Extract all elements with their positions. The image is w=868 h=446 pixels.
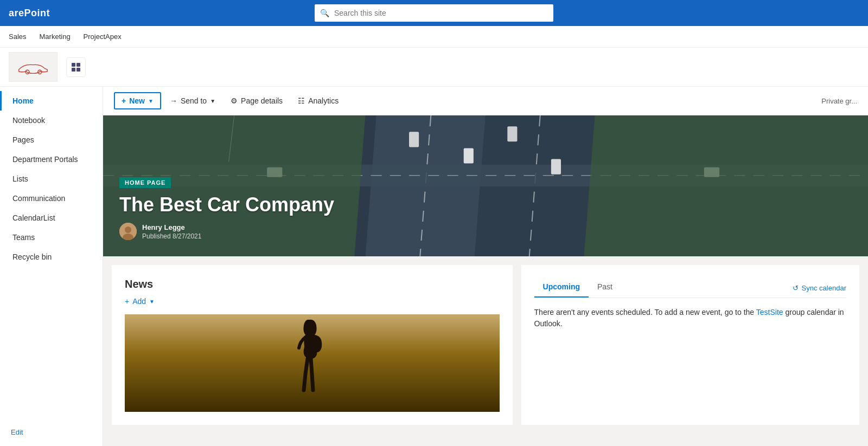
- toolbar: + New ▼ → Send to ▼ ⚙ Page details ☷ Ana…: [103, 87, 868, 115]
- page-details-label: Page details: [241, 96, 283, 105]
- events-empty-text: There aren't any events scheduled. To ad…: [534, 307, 846, 329]
- toolbar-left: + New ▼ → Send to ▼ ⚙ Page details ☷ Ana…: [114, 92, 345, 109]
- svg-rect-13: [409, 132, 419, 147]
- search-bar-container: 🔍: [315, 4, 553, 22]
- sidebar-item-communication[interactable]: Communication: [0, 189, 103, 208]
- svg-point-23: [125, 227, 131, 233]
- send-to-label: Send to: [181, 96, 207, 105]
- news-image: [125, 314, 500, 412]
- author-row: Henry Legge Published 8/27/2021: [119, 223, 334, 240]
- plus-icon: +: [122, 96, 126, 105]
- events-tabs: Upcoming Past ↺ Sync calendar: [534, 278, 846, 298]
- top-bar: arePoint 🔍: [0, 0, 868, 26]
- svg-rect-3: [76, 63, 80, 67]
- hero-banner: HOME PAGE The Best Car Company Henry Leg…: [103, 115, 868, 256]
- testsite-link[interactable]: TestSite: [756, 308, 783, 316]
- main-content: + New ▼ → Send to ▼ ⚙ Page details ☷ Ana…: [103, 87, 868, 446]
- sidebar-item-calendarlist[interactable]: CalendarList: [0, 208, 103, 228]
- teams-icon[interactable]: [66, 57, 86, 77]
- sharepoint-title: arePoint: [9, 8, 50, 19]
- sync-calendar-button[interactable]: ↺ Sync calendar: [793, 284, 846, 292]
- news-title: News: [125, 278, 500, 290]
- events-section: Upcoming Past ↺ Sync calendar There aren…: [521, 265, 859, 425]
- new-label: New: [129, 96, 145, 105]
- send-to-chevron-icon: ▼: [210, 98, 215, 104]
- site-header: [0, 48, 868, 87]
- analytics-button[interactable]: ☷ Analytics: [291, 93, 345, 108]
- hero-content: HOME PAGE The Best Car Company Henry Leg…: [119, 177, 334, 240]
- svg-rect-15: [507, 126, 517, 141]
- search-input[interactable]: [315, 4, 553, 22]
- sidebar-item-lists[interactable]: Lists: [0, 169, 103, 189]
- site-logo[interactable]: [9, 52, 58, 82]
- events-text-before-link: There aren't any events scheduled. To ad…: [534, 308, 756, 316]
- analytics-label: Analytics: [308, 96, 339, 105]
- analytics-icon: ☷: [298, 96, 305, 105]
- hero-title: The Best Car Company: [119, 193, 334, 216]
- content-below: News + Add ▼: [103, 256, 868, 434]
- svg-rect-16: [551, 159, 561, 174]
- home-page-badge: HOME PAGE: [119, 177, 171, 188]
- sidebar-item-department-portals[interactable]: Department Portals: [0, 150, 103, 169]
- suite-nav-sales[interactable]: Sales: [9, 33, 27, 41]
- svg-rect-2: [72, 63, 75, 67]
- page-details-icon: ⚙: [231, 96, 238, 105]
- search-icon: 🔍: [320, 9, 329, 17]
- suite-nav: Sales Marketing ProjectApex: [0, 26, 868, 48]
- news-plus-icon: +: [125, 297, 129, 306]
- svg-rect-4: [72, 68, 75, 72]
- sidebar-edit[interactable]: Edit: [0, 423, 103, 442]
- sync-label: Sync calendar: [802, 284, 846, 292]
- tab-past[interactable]: Past: [589, 278, 621, 298]
- svg-rect-14: [464, 148, 474, 163]
- toolbar-right: Private gr...: [821, 97, 857, 105]
- news-add-chevron-icon: ▼: [149, 299, 155, 305]
- avatar: [119, 223, 137, 240]
- send-to-button[interactable]: → Send to ▼: [163, 93, 222, 108]
- published-date: Published 8/27/2021: [142, 232, 201, 240]
- main-layout: Home Notebook Pages Department Portals L…: [0, 87, 868, 446]
- author-info: Henry Legge Published 8/27/2021: [142, 223, 201, 240]
- news-add-button[interactable]: + Add ▼: [125, 297, 500, 306]
- page-details-button[interactable]: ⚙ Page details: [224, 93, 289, 108]
- author-name: Henry Legge: [142, 223, 201, 231]
- sidebar-item-home[interactable]: Home: [0, 91, 103, 111]
- tab-upcoming[interactable]: Upcoming: [534, 278, 589, 298]
- sidebar: Home Notebook Pages Department Portals L…: [0, 87, 103, 446]
- svg-rect-5: [76, 68, 80, 72]
- svg-marker-20: [584, 115, 868, 256]
- sidebar-item-notebook[interactable]: Notebook: [0, 111, 103, 130]
- send-to-icon: →: [170, 96, 177, 105]
- news-section: News + Add ▼: [112, 265, 513, 425]
- private-label: Private gr...: [821, 97, 857, 105]
- new-button[interactable]: + New ▼: [114, 92, 161, 109]
- sidebar-item-pages[interactable]: Pages: [0, 130, 103, 150]
- suite-nav-marketing[interactable]: Marketing: [40, 33, 71, 41]
- suite-nav-projectapex[interactable]: ProjectApex: [84, 33, 122, 41]
- news-add-label: Add: [132, 297, 146, 306]
- new-chevron-icon: ▼: [148, 98, 154, 104]
- sidebar-item-teams[interactable]: Teams: [0, 228, 103, 247]
- sidebar-item-recycle-bin[interactable]: Recycle bin: [0, 247, 103, 267]
- sync-icon: ↺: [793, 284, 799, 292]
- search-bar-wrapper: 🔍: [315, 4, 553, 22]
